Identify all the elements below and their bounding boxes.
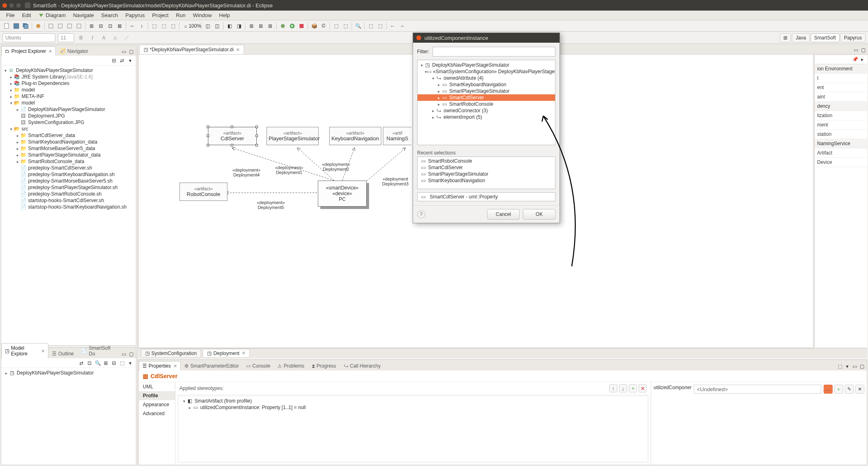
stereo-down-button[interactable]: ↓: [619, 384, 627, 392]
tree-src-item-3[interactable]: ▸📁SmartPlayerStageSimulator_data: [1, 152, 136, 158]
palette-item-2[interactable]: ent: [815, 83, 867, 92]
tree-model-item-2[interactable]: 🖼SystemConfiguration.JPG: [1, 119, 136, 126]
toolbar-btn-29[interactable]: ⬚: [376, 22, 385, 30]
smartparam-tab[interactable]: ⚙SmartParameterEditor: [181, 361, 243, 370]
properties-tab[interactable]: ☰Properties✕: [139, 361, 181, 370]
palette-item-10[interactable]: Device: [815, 158, 867, 167]
toolbar-btn-12[interactable]: ⬚: [150, 22, 159, 30]
tree-src-item-6[interactable]: 📄predeploy-SmartKeyboardNavigation.sh: [1, 171, 136, 178]
ok-button[interactable]: OK: [523, 209, 555, 220]
artifact-naming[interactable]: «artif NamingS: [383, 127, 411, 145]
font-size-combo[interactable]: 11: [58, 33, 74, 42]
editor-tab-di[interactable]: ◳ *DeployKbNavPlayerStageSimulator.di ✕: [139, 45, 244, 54]
console-tab[interactable]: ▭Console: [243, 361, 274, 370]
artifact-keyboard[interactable]: «artifact» KeyboardNavigation: [329, 127, 381, 145]
tree-src-item-11[interactable]: 📄startstop-hooks-SmartKeyboardNavigation…: [1, 204, 136, 210]
dlg-tree-elemimport[interactable]: ▸⮑elementImport (5): [418, 114, 555, 120]
menu-window[interactable]: Window: [189, 11, 215, 20]
link-editor-icon[interactable]: ⇄: [119, 57, 125, 64]
toolbar-btn-28[interactable]: ⬚: [366, 22, 375, 30]
new-icon[interactable]: [2, 22, 11, 30]
dlg-tree-sysconf[interactable]: ▾▭«SmartSystemConfiguration» DeployKbNav…: [418, 68, 555, 75]
menu-file[interactable]: File: [2, 11, 18, 20]
outline-tab[interactable]: ☰Outline: [48, 349, 77, 358]
bold-button[interactable]: B: [77, 33, 85, 42]
dialog-close-icon[interactable]: [416, 35, 421, 40]
ext-tools-icon[interactable]: [297, 22, 306, 30]
call-hierarchy-tab[interactable]: ⮑Call Hierarchy: [340, 361, 384, 370]
palette-item-5[interactable]: lization: [815, 111, 867, 120]
run-icon[interactable]: [288, 22, 297, 30]
outline-btn-4[interactable]: ⊞: [103, 360, 109, 366]
delete-button[interactable]: ✕: [855, 385, 864, 394]
line-color-button[interactable]: [122, 33, 131, 42]
tree-src-item-5[interactable]: 📄predeploy-SmartCdlServer.sh: [1, 165, 136, 171]
menu-help[interactable]: Help: [215, 11, 234, 20]
toolbar-btn-11[interactable]: ↕: [137, 22, 146, 30]
recent-item-2[interactable]: ▭SmartPlayerStageSimulator: [418, 171, 555, 177]
maximize-view-icon[interactable]: ▢: [859, 363, 865, 370]
view-menu-icon[interactable]: ▾: [127, 57, 133, 64]
tree-src-item-2[interactable]: ▸📁SmartMorseBaseServer5_data: [1, 145, 136, 152]
forward-icon[interactable]: →: [398, 22, 407, 30]
new-class-icon[interactable]: ©: [319, 22, 328, 30]
palette-item-3[interactable]: aint: [815, 92, 867, 102]
tree-model-item-1[interactable]: 🖼Deployment.JPG: [1, 113, 136, 119]
tree-model-folder[interactable]: ▾📂model: [1, 100, 136, 106]
dlg-tree-attr-2[interactable]: ▸▭SmartCdlServer: [418, 94, 555, 101]
palette-item-1[interactable]: t: [815, 74, 867, 83]
edit-button[interactable]: ✎: [845, 385, 854, 394]
fill-color-button[interactable]: [111, 33, 120, 42]
minimize-editor-icon[interactable]: ▭: [853, 47, 859, 53]
palette-section-naming[interactable]: NamingService: [815, 139, 867, 148]
tree-project-root[interactable]: ▾⧉DeployKbNavPlayerStageSimulator: [1, 67, 136, 74]
tree-src-folder[interactable]: ▾📂src: [1, 126, 136, 132]
tree-src-item-1[interactable]: ▸📁SmartKeyboardNavigation_data: [1, 139, 136, 145]
italic-button[interactable]: I: [88, 33, 97, 42]
problems-tab[interactable]: ⚠Problems: [274, 361, 308, 370]
toolbar-btn-13[interactable]: ⬚: [159, 22, 168, 30]
maximize-view-icon[interactable]: ▢: [128, 351, 134, 357]
palette-item-6[interactable]: ment: [815, 120, 867, 130]
back-icon[interactable]: ←: [388, 22, 397, 30]
smartsoft-perspective[interactable]: SmartSoft: [811, 33, 840, 42]
outline-btn-3[interactable]: 🔍: [94, 360, 101, 366]
dialog-tree[interactable]: ▾◳DeployKbNavPlayerStageSimulator ▾▭«Sma…: [417, 60, 555, 145]
font-name-combo[interactable]: Ubuntu: [2, 33, 55, 42]
minimize-view-icon[interactable]: ▭: [120, 351, 127, 357]
toolbar-btn-21[interactable]: ⊞: [256, 22, 265, 30]
minimize-view-icon[interactable]: ▭: [851, 363, 858, 370]
dlg-tree-attr-3[interactable]: ▸▭SmartRobotConsole: [418, 101, 555, 107]
toolbar-btn-26[interactable]: ⬚: [332, 22, 341, 30]
outline-btn-6[interactable]: ⬚: [119, 360, 125, 366]
tree-model-item-0[interactable]: ▸📄DeployKbNavPlayerStageSimulator: [1, 106, 136, 113]
tree-model-pkg[interactable]: ▸📁model: [1, 87, 136, 93]
outline-root[interactable]: ▸◳DeployKbNavPlayerStageSimulator: [1, 370, 136, 376]
toolbar-btn-6[interactable]: ⊞: [87, 22, 96, 30]
stereo-add-button[interactable]: ＋: [629, 384, 637, 392]
recent-selections-list[interactable]: ▭SmartRobotConsole ▭SmartCdlServer ▭Smar…: [417, 157, 555, 189]
palette-section-env[interactable]: ion Environment: [815, 64, 867, 74]
toolbar-btn-18[interactable]: ◧: [225, 22, 234, 30]
palette-item-9[interactable]: Artifact: [815, 148, 867, 158]
tree-src-item-0[interactable]: ▸📁SmartCdlServer_data: [1, 132, 136, 139]
tree-src-item-7[interactable]: 📄predeploy-SmartMorseBaseServer5.sh: [1, 178, 136, 184]
dlg-tree-ownedattr[interactable]: ▾⮑ownedAttribute (4): [418, 75, 555, 81]
toolbar-btn-8[interactable]: ⊡: [106, 22, 115, 30]
dlg-tree-ownedconn[interactable]: ▸⮑ownedConnector (3): [418, 107, 555, 114]
view-menu-icon[interactable]: ▾: [844, 363, 851, 370]
device-pc[interactable]: «smartDevice» «device» PC: [318, 181, 367, 207]
toolbar-btn-27[interactable]: ⬚: [341, 22, 350, 30]
menu-edit[interactable]: Edit: [18, 11, 35, 20]
close-icon[interactable]: ✕: [173, 364, 177, 369]
prop-cat-appearance[interactable]: Appearance: [139, 400, 175, 409]
window-close[interactable]: [2, 3, 7, 8]
cancel-button[interactable]: Cancel: [487, 209, 520, 220]
toolbar-btn-2[interactable]: [46, 22, 55, 30]
palette-section-dep[interactable]: dency: [815, 102, 867, 111]
toolbar-btn-20[interactable]: ⊞: [247, 22, 256, 30]
toolbar-btn-17[interactable]: ◫: [212, 22, 221, 30]
toolbar-btn-19[interactable]: ◨: [234, 22, 243, 30]
artifact-cdlserver[interactable]: «artifact» CdlServer: [208, 127, 257, 145]
toolbar-btn-14[interactable]: ⬚: [168, 22, 177, 30]
